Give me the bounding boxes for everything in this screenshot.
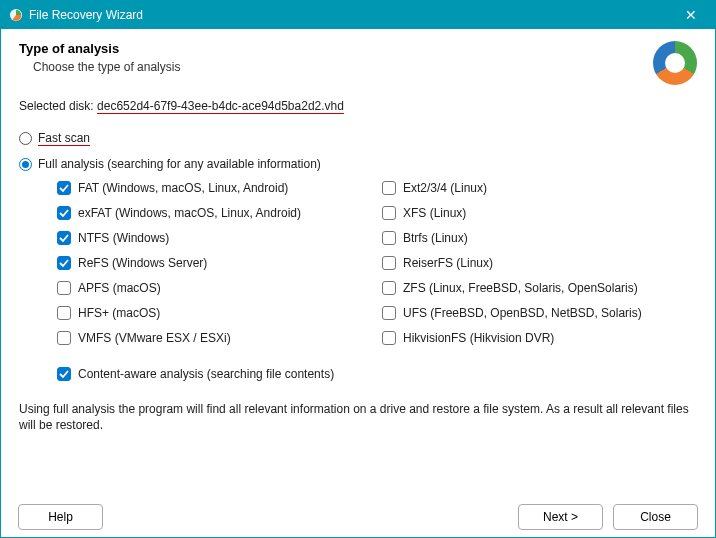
selected-disk-label: Selected disk:: [19, 99, 97, 113]
wizard-icon: [653, 41, 697, 85]
full-analysis-option[interactable]: Full analysis (searching for any availab…: [19, 157, 697, 171]
fs-option[interactable]: APFS (macOS): [57, 281, 372, 295]
fs-label: XFS (Linux): [403, 206, 466, 220]
fs-checkbox[interactable]: [57, 231, 71, 245]
fs-label: ReFS (Windows Server): [78, 256, 207, 270]
next-button[interactable]: Next >: [518, 504, 603, 530]
fs-checkbox[interactable]: [382, 181, 396, 195]
fs-checkbox[interactable]: [57, 181, 71, 195]
filesystem-grid: FAT (Windows, macOS, Linux, Android)Ext2…: [19, 181, 697, 345]
fs-checkbox[interactable]: [57, 306, 71, 320]
fs-option[interactable]: HFS+ (macOS): [57, 306, 372, 320]
selected-disk-row: Selected disk: dec652d4-67f9-43ee-b4dc-a…: [19, 99, 697, 113]
fs-checkbox[interactable]: [382, 231, 396, 245]
fs-label: exFAT (Windows, macOS, Linux, Android): [78, 206, 301, 220]
fs-checkbox[interactable]: [382, 306, 396, 320]
wizard-header: Type of analysis Choose the type of anal…: [1, 29, 715, 95]
help-button[interactable]: Help: [18, 504, 103, 530]
close-button[interactable]: Close: [613, 504, 698, 530]
full-analysis-label: Full analysis (searching for any availab…: [38, 157, 321, 171]
fs-label: Btrfs (Linux): [403, 231, 468, 245]
fs-option[interactable]: NTFS (Windows): [57, 231, 372, 245]
page-subtitle: Choose the type of analysis: [19, 60, 180, 74]
fs-label: APFS (macOS): [78, 281, 161, 295]
fs-checkbox[interactable]: [382, 256, 396, 270]
fs-label: FAT (Windows, macOS, Linux, Android): [78, 181, 288, 195]
selected-disk-value: dec652d4-67f9-43ee-b4dc-ace94d5ba2d2.vhd: [97, 99, 344, 113]
fs-label: HikvisionFS (Hikvision DVR): [403, 331, 554, 345]
fs-label: ReiserFS (Linux): [403, 256, 493, 270]
fs-checkbox[interactable]: [382, 331, 396, 345]
content-aware-option[interactable]: Content-aware analysis (searching file c…: [19, 367, 697, 381]
fs-option[interactable]: ZFS (Linux, FreeBSD, Solaris, OpenSolari…: [382, 281, 697, 295]
fast-scan-radio[interactable]: [19, 132, 32, 145]
fs-option[interactable]: ReiserFS (Linux): [382, 256, 697, 270]
fs-option[interactable]: Ext2/3/4 (Linux): [382, 181, 697, 195]
page-title: Type of analysis: [19, 41, 180, 56]
fs-label: HFS+ (macOS): [78, 306, 160, 320]
fs-label: Ext2/3/4 (Linux): [403, 181, 487, 195]
fast-scan-option[interactable]: Fast scan: [19, 131, 697, 145]
fs-checkbox[interactable]: [57, 281, 71, 295]
fs-label: ZFS (Linux, FreeBSD, Solaris, OpenSolari…: [403, 281, 638, 295]
content-aware-label: Content-aware analysis (searching file c…: [78, 367, 334, 381]
app-icon: [9, 8, 23, 22]
info-text: Using full analysis the program will fin…: [1, 401, 715, 433]
footer: Help Next > Close: [0, 504, 716, 530]
fs-checkbox[interactable]: [382, 206, 396, 220]
fast-scan-label: Fast scan: [38, 131, 90, 145]
titlebar: File Recovery Wizard ✕: [1, 1, 715, 29]
fs-option[interactable]: HikvisionFS (Hikvision DVR): [382, 331, 697, 345]
content-aware-checkbox[interactable]: [57, 367, 71, 381]
fs-checkbox[interactable]: [382, 281, 396, 295]
fs-label: UFS (FreeBSD, OpenBSD, NetBSD, Solaris): [403, 306, 642, 320]
fs-checkbox[interactable]: [57, 256, 71, 270]
fs-label: VMFS (VMware ESX / ESXi): [78, 331, 231, 345]
close-icon[interactable]: ✕: [675, 7, 707, 23]
fs-checkbox[interactable]: [57, 331, 71, 345]
fs-option[interactable]: UFS (FreeBSD, OpenBSD, NetBSD, Solaris): [382, 306, 697, 320]
fs-option[interactable]: VMFS (VMware ESX / ESXi): [57, 331, 372, 345]
fs-option[interactable]: XFS (Linux): [382, 206, 697, 220]
fs-option[interactable]: ReFS (Windows Server): [57, 256, 372, 270]
full-analysis-radio[interactable]: [19, 158, 32, 171]
window-title: File Recovery Wizard: [29, 8, 675, 22]
fs-label: NTFS (Windows): [78, 231, 169, 245]
fs-option[interactable]: exFAT (Windows, macOS, Linux, Android): [57, 206, 372, 220]
fs-option[interactable]: FAT (Windows, macOS, Linux, Android): [57, 181, 372, 195]
fs-checkbox[interactable]: [57, 206, 71, 220]
fs-option[interactable]: Btrfs (Linux): [382, 231, 697, 245]
